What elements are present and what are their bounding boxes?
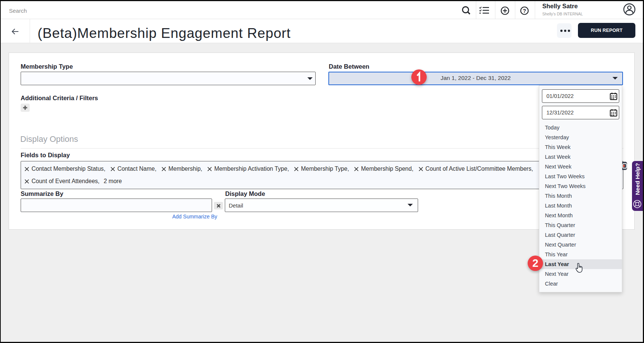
svg-text:?: ? xyxy=(523,8,526,14)
